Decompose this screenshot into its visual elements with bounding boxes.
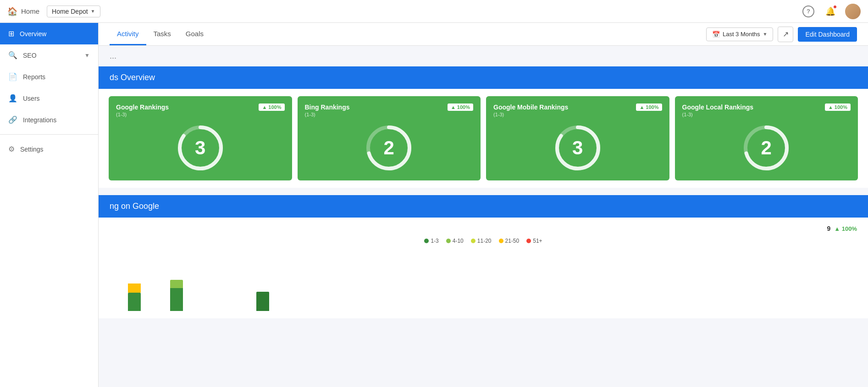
sidebar-item-settings[interactable]: ⚙ Settings (0, 138, 98, 160)
settings-icon: ⚙ (8, 145, 15, 153)
sidebar-item-reports[interactable]: 📄 Reports (0, 66, 98, 87)
tab-activity[interactable]: Activity (110, 23, 146, 45)
home-icon: 🏠 (7, 6, 17, 16)
tab-goals[interactable]: Goals (178, 23, 211, 45)
google-total: 9 (827, 225, 830, 232)
card-3-subtitle: (1-3) (493, 112, 568, 117)
card-4-circle: 2 (682, 123, 851, 173)
legend-label-1-3: 1-3 (431, 238, 438, 244)
legend-dot-11-20 (471, 239, 475, 243)
ranking-card-bing: Bing Rankings (1-3) ▲ 100% (298, 96, 481, 180)
card-3-title: Google Mobile Rankings (493, 104, 568, 111)
legend-dot-51plus (526, 239, 531, 243)
card-1-subtitle: (1-3) (116, 112, 169, 117)
top-bar: 🏠 Home Home Depot ▼ ? 🔔 (0, 0, 868, 23)
card-2-value: 2 (384, 137, 394, 159)
legend-dot-4-10 (446, 239, 451, 243)
home-label: Home (21, 7, 39, 15)
google-ranking-header: ng on Google (99, 195, 868, 218)
sidebar-item-integrations[interactable]: 🔗 Integrations (0, 109, 98, 131)
bar-1-segment-21-50 (128, 283, 141, 293)
rankings-overview-header: ds Overview (99, 66, 868, 89)
integrations-icon: 🔗 (8, 115, 17, 124)
sidebar-label-integrations: Integrations (23, 116, 56, 124)
date-filter-arrow: ▼ (763, 32, 768, 37)
three-dots-menu[interactable]: ... (99, 46, 868, 66)
help-button[interactable]: ? (801, 4, 816, 19)
legend-label-21-50: 21-50 (505, 238, 520, 244)
sidebar: ⊞ Overview 🔍 SEO ▼ 📄 Reports 👤 Users 🔗 I… (0, 23, 99, 387)
card-3-header: Google Mobile Rankings (1-3) ▲ 100% (493, 104, 662, 117)
bar-3-segment-1-3 (170, 288, 183, 311)
legend-label-11-20: 11-20 (477, 238, 492, 244)
legend-51plus: 51+ (526, 238, 542, 244)
sidebar-label-settings: Settings (20, 146, 44, 153)
share-button[interactable]: ↗ (778, 27, 793, 42)
share-icon: ↗ (783, 30, 789, 38)
tab-tasks[interactable]: Tasks (146, 23, 178, 45)
tab-bar: Activity Tasks Goals 📅 Last 3 Months ▼ ↗… (99, 23, 868, 46)
bar-3 (170, 251, 183, 311)
legend-row: 1-3 4-10 11-20 21-50 (110, 238, 857, 244)
legend-1-3: 1-3 (424, 238, 438, 244)
workspace-selector[interactable]: Home Depot ▼ (47, 5, 100, 17)
card-4-badge: ▲ 100% (825, 104, 851, 111)
bar-8 (256, 251, 269, 311)
card-2-header: Bing Rankings (1-3) ▲ 100% (305, 104, 474, 117)
card-1-header: Google Rankings (1-3) ▲ 100% (116, 104, 285, 117)
seo-left: 🔍 SEO (8, 51, 37, 60)
notification-button[interactable]: 🔔 (823, 4, 838, 19)
ranking-card-google-local: Google Local Rankings (1-3) ▲ 100% (675, 96, 858, 180)
sidebar-label-overview: Overview (20, 30, 46, 38)
bar-8-segment (256, 292, 269, 311)
card-2-badge: ▲ 100% (448, 104, 473, 111)
card-1-badge: ▲ 100% (259, 104, 284, 111)
sidebar-label-users: Users (23, 95, 40, 102)
sidebar-label-seo: SEO (23, 52, 37, 59)
notification-dot (833, 5, 837, 9)
bar-1 (128, 251, 141, 311)
ranking-card-google-mobile: Google Mobile Rankings (1-3) ▲ 100% (486, 96, 669, 180)
home-nav[interactable]: 🏠 Home (7, 6, 39, 16)
legend-dot-21-50 (499, 239, 503, 243)
sidebar-divider (0, 134, 98, 135)
google-percent-badge: ▲ 100% (834, 225, 857, 232)
tab-bar-right: 📅 Last 3 Months ▼ ↗ Edit Dashboard (706, 27, 857, 42)
card-2-title: Bing Rankings (305, 104, 350, 111)
bar-1-segment-1-3 (128, 293, 141, 311)
seo-icon: 🔍 (8, 51, 17, 60)
edit-dashboard-button[interactable]: Edit Dashboard (798, 27, 857, 42)
sidebar-label-reports: Reports (23, 73, 45, 81)
google-section-top: 9 ▲ 100% (110, 225, 857, 232)
legend-label-4-10: 4-10 (453, 238, 464, 244)
legend-4-10: 4-10 (446, 238, 464, 244)
scrollable-content: ... ds Overview Google Rankings (1-3) (99, 46, 868, 387)
card-1-value: 3 (195, 137, 205, 159)
card-2-circle: 2 (305, 123, 474, 173)
legend-label-51plus: 51+ (533, 238, 542, 244)
rankings-cards-container: Google Rankings (1-3) ▲ 100% (99, 89, 868, 188)
users-icon: 👤 (8, 94, 17, 103)
card-3-badge: ▲ 100% (636, 104, 662, 111)
content-area: Activity Tasks Goals 📅 Last 3 Months ▼ ↗… (99, 23, 868, 387)
card-4-value: 2 (761, 137, 772, 159)
sidebar-item-overview[interactable]: ⊞ Overview (0, 23, 98, 44)
card-3-value: 3 (572, 137, 583, 159)
avatar[interactable] (845, 4, 861, 19)
legend-11-20: 11-20 (471, 238, 492, 244)
date-filter-button[interactable]: 📅 Last 3 Months ▼ (706, 27, 774, 41)
google-ranking-section: 9 ▲ 100% 1-3 4-10 11-20 (99, 218, 868, 318)
seo-chevron-icon: ▼ (84, 52, 90, 59)
help-icon: ? (802, 5, 814, 17)
sidebar-item-users[interactable]: 👤 Users (0, 87, 98, 109)
card-2-subtitle: (1-3) (305, 112, 350, 117)
card-1-title: Google Rankings (116, 104, 169, 111)
overview-icon: ⊞ (8, 29, 14, 38)
bar-chart (110, 251, 857, 311)
avatar-image (845, 4, 861, 19)
date-filter-label: Last 3 Months (723, 31, 760, 38)
legend-21-50: 21-50 (499, 238, 520, 244)
workspace-name: Home Depot (52, 8, 88, 15)
sidebar-item-seo[interactable]: 🔍 SEO ▼ (0, 44, 98, 66)
calendar-icon: 📅 (712, 31, 720, 38)
